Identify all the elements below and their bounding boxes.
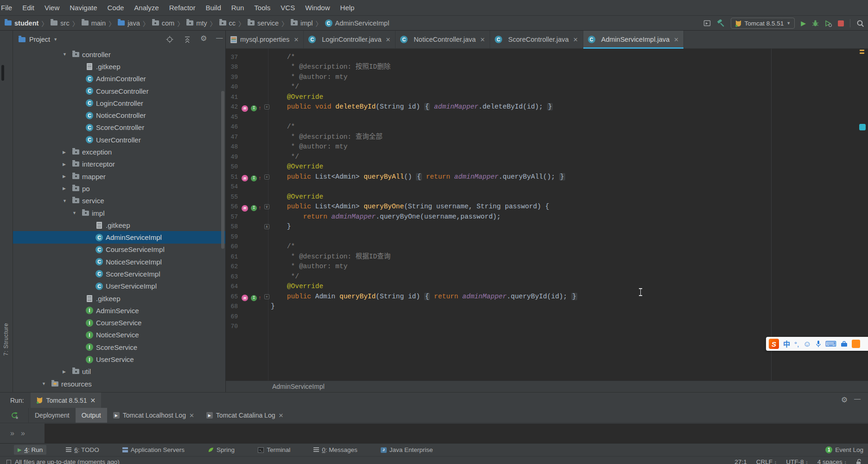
project-tree-item-util[interactable]: ▶util [13,366,225,378]
mybatis-mapper-icon[interactable]: m [242,295,248,301]
code-line-46[interactable]: 46 /* [226,122,868,132]
caret-position[interactable]: 27:1 [734,458,747,464]
error-stripe-mark[interactable] [860,50,864,51]
coverage-button[interactable] [825,20,832,27]
chevron-right-icon[interactable]: ▶ [63,162,72,167]
project-tree-item-service[interactable]: ▼service [13,195,225,207]
implements-method-icon[interactable]: I [251,205,257,211]
close-icon[interactable]: ✕ [674,36,679,43]
breadcrumb-java[interactable]: java [118,19,140,27]
code-line-59[interactable]: 59 [226,232,868,242]
code-line-63[interactable]: 63 */ [226,272,868,282]
close-icon[interactable]: ✕ [90,397,96,404]
code-line-54[interactable]: 54 [226,182,868,192]
project-tree-item-gitkeep[interactable]: .gitkeep [13,219,225,231]
close-icon[interactable]: ✕ [480,36,485,43]
console-tab-deployment[interactable]: Deployment [29,408,76,423]
breadcrumb-impl[interactable]: impl [291,19,313,27]
mybatis-mapper-icon[interactable]: m [242,105,248,112]
run-button[interactable]: ▶ [801,19,806,27]
menu-item-help[interactable]: Help [335,4,360,12]
menu-item-window[interactable]: Window [300,4,335,12]
menu-item-run[interactable]: Run [226,4,249,12]
editor-tab-mysql-properties[interactable]: mysql.properties✕ [226,31,304,48]
project-tree-item-gitkeep[interactable]: .gitkeep [13,60,225,72]
code-line-62[interactable]: 62 * @author: mty [226,262,868,272]
stripe-structure-button[interactable]: 7: Structure [3,323,9,356]
toolwindow-button-6-todo[interactable]: 6: TODO [62,445,103,455]
ime-mic-icon[interactable] [816,340,821,348]
editor-tab-logincontroller-java[interactable]: CLoginController.java✕ [304,31,396,48]
project-tree-item-scoreserviceimpl[interactable]: CScoreServiceImpl [13,268,225,280]
gear-icon[interactable]: ⚙ [841,396,848,404]
breadcrumb-main[interactable]: main [82,19,106,27]
project-tree-item-userservice[interactable]: IUserService [13,353,225,365]
editor-tab-noticecontroller-java[interactable]: CNoticeController.java✕ [396,31,490,48]
ime-extra-icon[interactable] [852,340,860,348]
code-line-36[interactable]: 36 [226,49,868,52]
code-line-65[interactable]: 65mI↑+ public Admin queryById(String id)… [226,292,868,302]
encoding-widget[interactable]: UTF-8 ↕ [786,458,808,464]
editor-body[interactable]: 3637 /*38 * @description: 按照ID删除39 * @au… [226,49,868,380]
breadcrumb-mty[interactable]: mty [186,19,207,27]
code-line-47[interactable]: 47 * @description: 查询全部 [226,132,868,142]
menu-item-refactor[interactable]: Refactor [164,4,201,12]
console-tab-tomcat-catalina-log[interactable]: ▶Tomcat Catalina Log✕ [200,408,290,423]
project-tree-item-userserviceimpl[interactable]: CUserServiceImpl [13,280,225,292]
code-line-38[interactable]: 38 * @description: 按照ID删除 [226,62,868,72]
mybatis-mapper-icon[interactable]: m [242,175,248,181]
chevron-right-icon[interactable]: ▶ [63,174,72,179]
project-tree-item-mapper[interactable]: ▶mapper [13,170,225,182]
run-configuration-select[interactable]: Tomcat 8.5.51 ▼ [731,18,795,29]
chevron-down-icon[interactable]: ▼ [63,52,72,57]
project-tree-item-interceptor[interactable]: ▶interceptor [13,158,225,170]
editor-tab-scorecontroller-java[interactable]: CScoreController.java✕ [490,31,583,48]
close-icon[interactable]: ✕ [573,36,578,43]
code-line-57[interactable]: 57 return adminMapper.queryByOne(usernam… [226,212,868,222]
chevron-right-icon[interactable]: ▶ [63,186,72,191]
code-line-42[interactable]: 42mI↑+ public void deleteById(String id)… [226,102,868,112]
breadcrumb-src[interactable]: src [51,19,69,27]
project-scrollbar[interactable] [221,91,224,249]
console-tab-output[interactable]: Output [76,408,107,423]
implements-method-icon[interactable]: I [251,105,257,111]
code-line-39[interactable]: 39 * @author: mty [226,72,868,83]
project-tree-item-impl[interactable]: ▼impl [13,207,225,219]
menu-item-build[interactable]: Build [200,4,226,12]
code-line-55[interactable]: 55 @Override [226,192,868,202]
lock-icon[interactable] [856,459,862,464]
code-line-61[interactable]: 61 * @description: 根据ID查询 [226,252,868,262]
chevron-right-icon[interactable]: ▶ [63,150,72,155]
code-line-51[interactable]: 51mI↑+ public List<Admin> queryByAll() {… [226,172,868,182]
code-line-40[interactable]: 40 */ [226,82,868,92]
chevron-right-icon[interactable]: ▶ [63,369,72,374]
tool-windows-icon[interactable] [703,19,711,27]
error-stripe-mark[interactable] [860,52,864,54]
rerun-button[interactable] [0,408,29,423]
toolwindow-button-0-messages[interactable]: 0: Messages [310,445,361,455]
ime-toolbox-icon[interactable] [841,341,848,347]
toolwindow-button-terminal[interactable]: >_Terminal [254,445,294,455]
sogou-ime-toolbar[interactable]: S 中 °, ☺ ⌨ [766,337,868,351]
sogou-logo-icon[interactable]: S [769,339,779,349]
hide-panel-icon[interactable]: — [854,395,861,402]
code-line-41[interactable]: 41 @Override [226,92,868,103]
code-line-37[interactable]: 37 /* [226,52,868,63]
indent-widget[interactable]: 4 spaces ↕ [817,458,847,464]
menu-item-analyze[interactable]: Analyze [129,4,164,12]
project-tree-item-scoreservice[interactable]: IScoreService [13,341,225,353]
ime-emoji-icon[interactable]: ☺ [803,340,811,348]
menu-item-file[interactable]: File [0,4,17,12]
search-everywhere-icon[interactable] [856,19,864,27]
project-tree-item-adminserviceimpl[interactable]: CAdminServiceImpl [13,231,225,243]
close-icon[interactable]: ✕ [385,36,390,43]
line-separator-widget[interactable]: CRLF ↕ [756,458,777,464]
project-tree-item-exception[interactable]: ▶exception [13,146,225,158]
expand-icon[interactable]: » [10,430,14,437]
project-panel-title[interactable]: Project [29,36,50,43]
chevron-down-icon[interactable]: ▼ [72,211,82,215]
project-tree-item-noticeserviceimpl[interactable]: CNoticeServiceImpl [13,256,225,268]
project-tree-item-courseserviceimpl[interactable]: CCourseServiceImpl [13,244,225,256]
implements-method-icon[interactable]: I [251,295,257,301]
menu-item-code[interactable]: Code [102,4,129,12]
